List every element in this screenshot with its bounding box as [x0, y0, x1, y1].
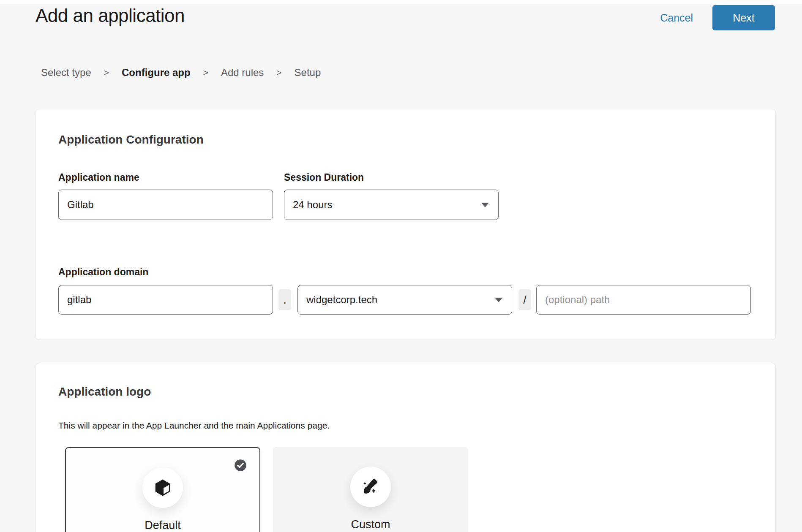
section-title-application-logo: Application logo — [58, 385, 151, 399]
logo-option-default[interactable]: Default — [65, 447, 260, 532]
next-button[interactable]: Next — [712, 5, 775, 30]
domain-select[interactable]: widgetcorp.tech — [297, 285, 512, 315]
slash-separator: / — [518, 289, 531, 310]
application-name-input[interactable] — [58, 190, 273, 220]
path-input[interactable] — [536, 285, 751, 315]
session-duration-select[interactable]: 24 hours — [284, 190, 499, 220]
cancel-button[interactable]: Cancel — [660, 12, 693, 24]
cube-icon — [153, 478, 172, 497]
breadcrumb-step-select-type[interactable]: Select type — [41, 67, 91, 79]
application-logo-description: This will appear in the App Launcher and… — [58, 421, 330, 431]
application-configuration-card: Application Configuration Application na… — [35, 109, 776, 340]
default-logo-circle — [142, 467, 183, 508]
custom-logo-circle — [350, 467, 391, 507]
page-title: Add an application — [35, 5, 185, 26]
application-logo-card: Application logo This will appear in the… — [35, 363, 776, 532]
breadcrumb-step-add-rules[interactable]: Add rules — [221, 67, 264, 79]
domain-select-value: widgetcorp.tech — [306, 294, 377, 306]
breadcrumb: Select type > Configure app > Add rules … — [41, 67, 321, 79]
breadcrumb-step-configure-app[interactable]: Configure app — [122, 67, 191, 79]
header-actions: Cancel Next — [660, 5, 775, 30]
application-domain-label: Application domain — [58, 266, 148, 278]
check-icon — [234, 459, 247, 472]
section-title-application-configuration: Application Configuration — [58, 133, 204, 147]
breadcrumb-step-setup[interactable]: Setup — [295, 67, 321, 79]
application-name-label: Application name — [58, 172, 139, 183]
logo-option-custom-label: Custom — [273, 518, 468, 531]
breadcrumb-separator: > — [203, 68, 208, 78]
chevron-down-icon — [495, 298, 502, 302]
logo-option-default-label: Default — [66, 519, 259, 532]
page: { "header": { "title": "Add an applicati… — [0, 0, 802, 532]
logo-option-custom[interactable]: Custom — [273, 447, 468, 532]
top-strip — [0, 0, 802, 4]
paintbrush-icon — [360, 477, 381, 497]
session-duration-value: 24 hours — [293, 199, 332, 211]
dot-separator: . — [278, 289, 291, 310]
subdomain-input[interactable] — [58, 285, 273, 315]
session-duration-label: Session Duration — [284, 172, 364, 183]
breadcrumb-separator: > — [104, 68, 109, 78]
breadcrumb-separator: > — [276, 68, 281, 78]
chevron-down-icon — [481, 203, 489, 207]
